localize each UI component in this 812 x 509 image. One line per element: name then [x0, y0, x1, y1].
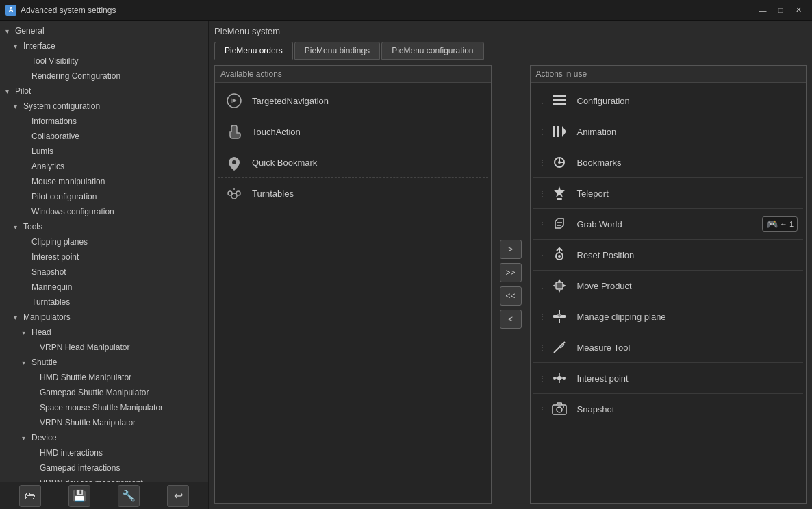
- svg-rect-11: [553, 126, 555, 137]
- drag-handle: ⋮: [539, 375, 544, 382]
- svg-point-2: [233, 99, 236, 102]
- available-item-targeted-nav[interactable]: TargetedNavigation: [218, 86, 488, 116]
- sidebar-item-tool-visibility[interactable]: Tool Visibility: [0, 53, 208, 69]
- sidebar-content: ▾General▾InterfaceTool VisibilityRenderi…: [0, 21, 208, 482]
- sidebar-item-label: Mannequin: [31, 282, 72, 292]
- inuse-item-snapshot[interactable]: ⋮ Snapshot: [533, 394, 804, 424]
- inuse-item-bookmarks[interactable]: ⋮ Bookmarks: [533, 147, 804, 178]
- sidebar-item-head[interactable]: ▾Head: [0, 325, 208, 340]
- action-icon-quick-bookmark: [223, 151, 245, 173]
- undo-button[interactable]: ↩: [167, 485, 189, 507]
- minimize-button[interactable]: —: [754, 3, 771, 17]
- drag-handle: ⋮: [539, 97, 544, 105]
- sidebar-item-rendering-config[interactable]: Rendering Configuration: [0, 69, 208, 84]
- section-title: PieMenu system: [214, 26, 807, 36]
- tab-bindings[interactable]: PieMenu bindings: [294, 42, 380, 60]
- sidebar-item-vrpn-head[interactable]: VRPN Head Manipulator: [0, 340, 208, 355]
- transfer-arrow-leftleft[interactable]: <<: [500, 286, 522, 306]
- inuse-item-teleport[interactable]: ⋮ Teleport: [533, 178, 804, 209]
- transfer-arrow-left[interactable]: <: [500, 310, 522, 329]
- tab-orders[interactable]: PieMenu orders: [214, 42, 293, 60]
- inuse-label: Move Product: [577, 281, 798, 291]
- action-label: TouchAction: [252, 127, 301, 137]
- settings-button[interactable]: 🔧: [118, 485, 140, 507]
- expand-arrow: ▾: [14, 42, 22, 50]
- arrows-column: >>><<<: [497, 65, 524, 504]
- inuse-panel: Actions in use ⋮ Configuration⋮ Animatio…: [530, 65, 807, 504]
- sidebar-item-turntables[interactable]: Turntables: [0, 295, 208, 310]
- sidebar-item-vrpn-shuttle[interactable]: VRPN Shuttle Manipulator: [0, 415, 208, 430]
- sidebar-item-mouse-manipulation[interactable]: Mouse manipulation: [0, 174, 208, 189]
- drag-handle: ⋮: [539, 344, 544, 351]
- drag-handle: ⋮: [539, 251, 544, 259]
- inuse-item-grab-world[interactable]: ⋮ Grab World🎮←1: [533, 209, 804, 240]
- inuse-item-configuration[interactable]: ⋮ Configuration: [533, 86, 804, 116]
- sidebar-item-pilot[interactable]: ▾Pilot: [0, 84, 208, 99]
- sidebar-item-label: Head: [31, 327, 51, 337]
- sidebar-item-analytics[interactable]: Analytics: [0, 159, 208, 174]
- available-item-turntables[interactable]: Turntables: [218, 178, 488, 208]
- main-layout: ▾General▾InterfaceTool VisibilityRenderi…: [0, 21, 812, 509]
- available-item-quick-bookmark[interactable]: Quick Bookmark: [218, 147, 488, 178]
- sidebar-item-pilot-configuration[interactable]: Pilot configuration: [0, 189, 208, 204]
- inuse-label: Grab World: [577, 219, 762, 229]
- sidebar-item-label: Gamepad interactions: [40, 463, 120, 473]
- transfer-arrow-right[interactable]: >: [500, 240, 522, 259]
- expand-arrow: ▾: [22, 434, 30, 442]
- sidebar-item-gamepad-shuttle[interactable]: Gamepad Shuttle Manipulator: [0, 385, 208, 400]
- inuse-item-measure-tool[interactable]: ⋮ Measure Tool: [533, 332, 804, 363]
- inuse-label: Manage clipping plane: [577, 312, 798, 322]
- maximize-button[interactable]: □: [772, 3, 789, 17]
- tabs-bar: PieMenu ordersPieMenu bindingsPieMenu co…: [214, 42, 807, 60]
- sidebar-item-lumis[interactable]: Lumis: [0, 144, 208, 159]
- inuse-item-move-product[interactable]: ⋮ Move Product: [533, 271, 804, 301]
- sidebar-item-hmd-shuttle[interactable]: HMD Shuttle Manipulator: [0, 370, 208, 385]
- content-area: PieMenu system PieMenu ordersPieMenu bin…: [209, 21, 812, 509]
- action-icon-targeted-nav: [223, 90, 245, 112]
- inuse-item-manage-clipping[interactable]: ⋮ Manage clipping plane: [533, 301, 804, 332]
- sidebar-item-interface[interactable]: ▾Interface: [0, 38, 208, 53]
- sidebar-item-interest-point[interactable]: Interest point: [0, 249, 208, 264]
- sidebar-item-label: Tool Visibility: [31, 56, 78, 66]
- open-folder-button[interactable]: 🗁: [19, 485, 41, 507]
- inuse-label: Reset Position: [577, 250, 798, 260]
- sidebar-item-device[interactable]: ▾Device: [0, 430, 208, 445]
- sidebar-item-shuttle[interactable]: ▾Shuttle: [0, 355, 208, 370]
- action-label: Quick Bookmark: [252, 158, 317, 168]
- transfer-arrow-rightright[interactable]: >>: [500, 263, 522, 282]
- inuse-item-interest-point[interactable]: ⋮ Interest point: [533, 363, 804, 394]
- sidebar-item-gamepad-interactions[interactable]: Gamepad interactions: [0, 460, 208, 475]
- action-badge: 🎮←1: [762, 216, 798, 232]
- tab-configuration[interactable]: PieMenu configuration: [381, 42, 483, 60]
- expand-arrow: ▾: [5, 27, 14, 35]
- inuse-item-reset-position[interactable]: ⋮ Reset Position: [533, 240, 804, 271]
- sidebar-item-tools[interactable]: ▾Tools: [0, 219, 208, 234]
- sidebar-item-collaborative[interactable]: Collaborative: [0, 129, 208, 144]
- svg-rect-12: [557, 126, 559, 137]
- sidebar-item-windows-configuration[interactable]: Windows configuration: [0, 204, 208, 219]
- sidebar-item-hmd-interactions[interactable]: HMD interactions: [0, 445, 208, 460]
- sidebar-item-label: Clipping planes: [31, 237, 88, 247]
- inuse-label: Measure Tool: [577, 343, 798, 353]
- svg-point-40: [563, 406, 564, 408]
- expand-arrow: ▾: [22, 329, 30, 336]
- sidebar-item-snapshot[interactable]: Snapshot: [0, 264, 208, 280]
- sidebar-item-clipping-planes[interactable]: Clipping planes: [0, 234, 208, 249]
- app-icon: A: [5, 5, 16, 16]
- inuse-item-animation[interactable]: ⋮ Animation: [533, 116, 804, 147]
- available-item-touch-action[interactable]: TouchAction: [218, 116, 488, 147]
- sidebar-item-mannequin[interactable]: Mannequin: [0, 280, 208, 295]
- svg-point-35: [557, 376, 561, 380]
- sidebar-item-label: Manipulators: [23, 312, 71, 322]
- close-button[interactable]: ✕: [790, 3, 807, 17]
- sidebar-item-vrpn-devices[interactable]: VRPN devices management: [0, 475, 208, 482]
- sidebar-item-manipulators[interactable]: ▾Manipulators: [0, 310, 208, 325]
- available-panel: Available actions TargetedNavigation Tou…: [214, 65, 492, 504]
- sidebar-item-label: Snapshot: [31, 267, 66, 277]
- sidebar-item-spacemouse-shuttle[interactable]: Space mouse Shuttle Manipulator: [0, 400, 208, 415]
- sidebar-item-label: Device: [31, 433, 57, 443]
- sidebar-item-general[interactable]: ▾General: [0, 23, 208, 38]
- save-button[interactable]: 💾: [68, 485, 90, 507]
- sidebar-item-system-config[interactable]: ▾System configuration: [0, 99, 208, 114]
- sidebar-item-informations[interactable]: Informations: [0, 114, 208, 129]
